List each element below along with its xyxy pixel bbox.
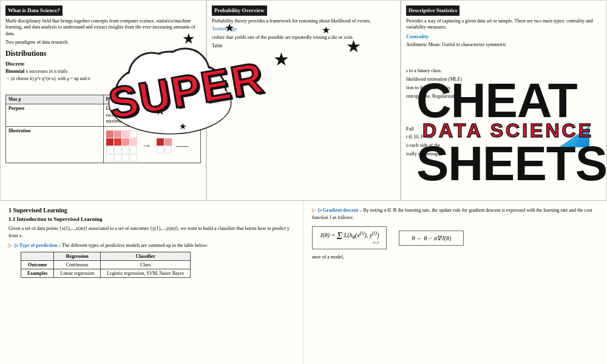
bottom-content: 1 Supervised Learning 1.1 Introduction t…: [0, 200, 607, 364]
cost-function-formula: J(θ) = Σ L(hθ(x(i)), y(i)): [320, 232, 379, 238]
mle-text: likelihood estimation (MLE): [406, 76, 602, 83]
pred-examples-regression: Linear regression: [54, 269, 101, 278]
subsection-title: 1.1 Introduction to Supervised Learning: [8, 216, 294, 222]
cost-sum-label: i=1: [373, 240, 379, 245]
ance-text: ance of a model,: [312, 254, 599, 260]
full-label: Full: [406, 126, 602, 133]
intro-text: Given a set of data points {x(1),...,x(m…: [8, 225, 294, 239]
mid-proc-text: cedure that yields one of the possible s…: [212, 35, 395, 41]
pool-illustration-label: Illustration: [6, 126, 104, 163]
discrete-label: Discrete: [5, 60, 201, 68]
binomial-formula: → (n choose k) p^r q^(n-x), with μ = np …: [5, 76, 201, 83]
terminology-label: Terminology: [212, 26, 395, 33]
pred-table-header-regression: Regression: [54, 252, 101, 261]
right-paper-body: Provides a way of capturing a given data…: [406, 18, 602, 32]
right-paper-title: Descriptive Statistics: [406, 5, 459, 16]
type-pred-label: ▷ Type of prediction: [15, 243, 57, 248]
type-pred-dash: – The different types of predictive mode…: [58, 243, 208, 248]
left-paper-sub: Two paradigms of data research.: [5, 39, 201, 46]
pred-table-header-blank: [21, 252, 54, 261]
pool-grid-1: [106, 130, 137, 161]
gradient-formula: θ ← θ − α∇J(θ): [412, 235, 451, 241]
pool-visual: → —: [106, 130, 198, 161]
entropy-text: entropy loss. Regularization: [406, 93, 602, 100]
tion-text: tion to the data. This is: [406, 85, 602, 92]
pred-outcome-regression: Continuous: [54, 261, 101, 269]
pred-examples-classifier: Logistic regression, SVM, Naive Bayes: [101, 269, 191, 278]
cost-function-box: J(θ) = Σ L(hθ(x(i)), y(i)) i=1: [312, 226, 387, 249]
pooling-table: Max p Pooling Purpose Each pooling opera…: [5, 95, 201, 163]
formulas-row: J(θ) = Σ L(hθ(x(i)), y(i)) i=1 θ ← θ − α…: [312, 226, 599, 249]
pred-examples-label: Examples: [21, 269, 54, 278]
pool-grid-2: [157, 138, 172, 153]
gradient-label: ▷ Gradient descent: [318, 207, 358, 213]
pool-dash: —: [177, 137, 189, 154]
bottom-left: 1 Supervised Learning 1.1 Introduction t…: [0, 201, 304, 364]
pool-illustration-content: → —: [103, 126, 201, 163]
pool-purpose-text: Each pooling operation selects one value…: [103, 104, 201, 127]
centrality-label: Centrality: [406, 33, 602, 40]
gradient-formula-box: θ ← θ − α∇J(θ): [399, 231, 464, 246]
pool-arrow: →: [142, 139, 152, 152]
pred-table-header-classifier: Classifier: [101, 252, 191, 261]
pool-purpose-label: Purpose: [6, 104, 104, 127]
binomial-text: Binomial x successes in n trials: [5, 68, 201, 75]
distributions-section: Distributions Discrete Binomial x succes…: [5, 49, 201, 83]
section-number: 1 Supervised Learning: [8, 207, 294, 214]
arithmetic-text: Arithmetic Mean: Useful to characterize …: [406, 42, 602, 49]
pred-table-row-outcome: Outcome Continuous Class: [21, 261, 191, 269]
bottom-right: ▷ ▷ Gradient descent – By noting α ∈ ℝ t…: [304, 201, 607, 364]
distributions-title: Distributions: [5, 49, 201, 59]
gradient-desc-line: ▷ ▷ Gradient descent – By noting α ∈ ℝ t…: [312, 207, 599, 221]
mid-paper-title: Probability Overview: [212, 5, 267, 16]
prediction-table: Regression Classifier Outcome Continuous…: [21, 252, 191, 278]
left-paper-body: Multi-disciplinary field that brings tog…: [5, 18, 201, 38]
mid-table-label: Table: [212, 43, 395, 50]
binary-text: s to a binary class.: [406, 68, 602, 75]
cally-text: ically set through: [406, 151, 602, 158]
pred-table-row-examples: Examples Linear regression Logistic regr…: [21, 269, 191, 278]
pred-outcome-classifier: Class: [101, 261, 191, 269]
mid-paper-body: Probability theory provides a framework …: [212, 18, 395, 25]
pool-header-pooling: Pooling: [103, 95, 201, 104]
pool-header-maxp: Max p: [6, 95, 104, 104]
type-pred-icon: ▷: [8, 243, 12, 248]
gradient-icon: ▷: [312, 207, 316, 213]
type-pred-line: ▷ ▷ Type of prediction – The different t…: [8, 243, 294, 248]
pred-outcome-label: Outcome: [21, 261, 54, 269]
left-paper-title: What is Data Science?: [5, 5, 63, 16]
